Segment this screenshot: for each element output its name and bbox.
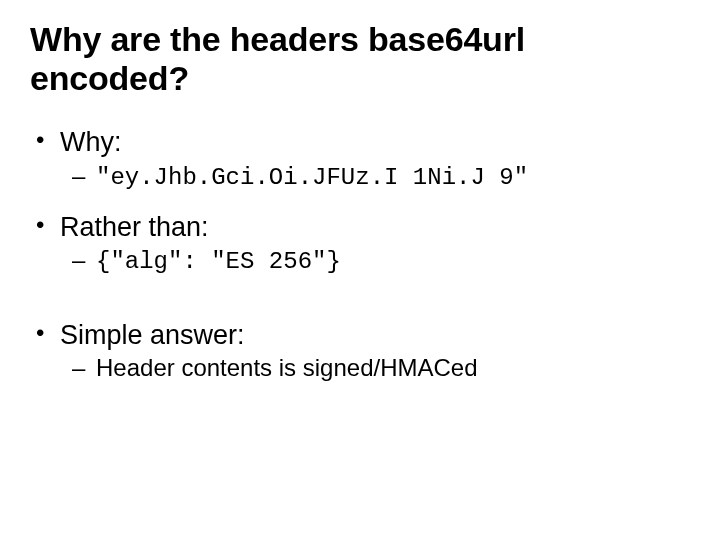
sub-answer-value: Header contents is signed/HMACed — [60, 353, 690, 383]
slide: Why are the headers base64url encoded? W… — [0, 0, 720, 540]
sublist-rather: {"alg": "ES 256"} — [60, 245, 690, 277]
encoded-header-text: "ey.Jhb.Gci.Oi.JFUz.I 1Ni.J 9" — [96, 164, 528, 191]
answer-text: Header contents is signed/HMACed — [96, 354, 478, 381]
bullet-list-2: Simple answer: Header contents is signed… — [30, 319, 690, 383]
spacer — [30, 295, 690, 319]
bullet-rather-label: Rather than: — [60, 212, 209, 242]
sublist-why: "ey.Jhb.Gci.Oi.JFUz.I 1Ni.J 9" — [60, 161, 690, 193]
slide-title: Why are the headers base64url encoded? — [30, 20, 690, 98]
bullet-why: Why: "ey.Jhb.Gci.Oi.JFUz.I 1Ni.J 9" — [30, 126, 690, 192]
sublist-answer: Header contents is signed/HMACed — [60, 353, 690, 383]
bullet-list: Why: "ey.Jhb.Gci.Oi.JFUz.I 1Ni.J 9" Rath… — [30, 126, 690, 277]
bullet-answer-label: Simple answer: — [60, 320, 245, 350]
sub-rather-value: {"alg": "ES 256"} — [60, 245, 690, 277]
bullet-answer: Simple answer: Header contents is signed… — [30, 319, 690, 383]
json-header-text: {"alg": "ES 256"} — [96, 248, 341, 275]
bullet-rather: Rather than: {"alg": "ES 256"} — [30, 211, 690, 277]
sub-why-value: "ey.Jhb.Gci.Oi.JFUz.I 1Ni.J 9" — [60, 161, 690, 193]
bullet-why-label: Why: — [60, 127, 122, 157]
